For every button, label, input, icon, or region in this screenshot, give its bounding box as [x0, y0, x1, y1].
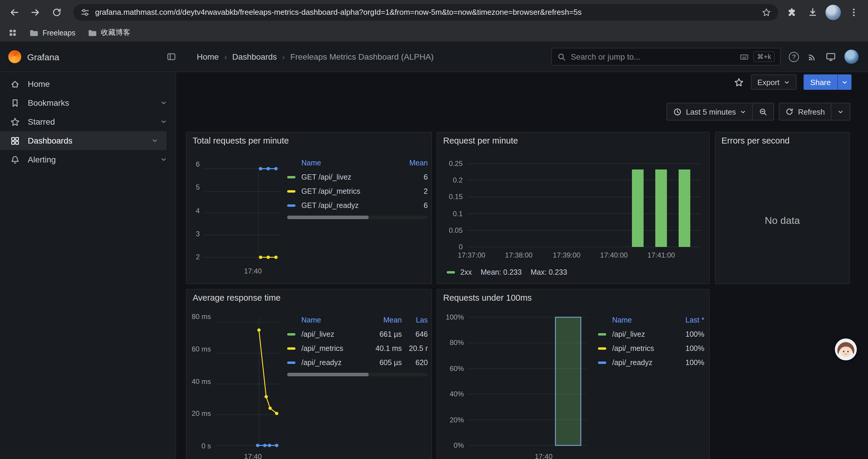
browser-menu-icon[interactable] [845, 4, 862, 21]
time-range-picker[interactable]: Last 5 minutes [667, 103, 752, 120]
panel-title[interactable]: Errors per second [721, 136, 790, 145]
forward-button[interactable] [27, 4, 44, 21]
zoom-out-button[interactable] [752, 103, 774, 120]
user-avatar[interactable] [844, 50, 859, 64]
bar-chart[interactable] [467, 317, 587, 446]
table-row[interactable]: GET /api/_readyz 6 [287, 198, 428, 213]
panel-title[interactable]: Average response time [193, 293, 281, 302]
x-tick: 17:40 [535, 453, 553, 459]
refresh-button[interactable]: Refresh [780, 103, 831, 120]
sidebar-item-alerting[interactable]: Alerting [0, 150, 176, 169]
share-label: Share [804, 74, 837, 90]
table-row[interactable]: /api/_readyz 605 µs 620 [287, 356, 428, 370]
sidebar-item-label: Alerting [28, 155, 56, 164]
bell-icon [10, 155, 20, 165]
y-axis: 0.25 0.2 0.15 0.1 0.05 0 [437, 160, 463, 251]
sidebar-item-starred[interactable]: Starred [0, 112, 176, 131]
table-row[interactable]: /api/_metrics 100% [598, 341, 704, 356]
scrollbar-thumb[interactable] [287, 216, 369, 219]
series-color-chip [598, 347, 606, 350]
sidebar-item-home[interactable]: Home [0, 74, 176, 93]
table-row[interactable]: /api/_metrics 40.1 ms 20.5 r [287, 341, 428, 356]
y-axis: 6 5 4 3 2 [187, 160, 200, 261]
breadcrumb-home[interactable]: Home [197, 52, 219, 61]
table-scrollbar[interactable] [287, 373, 428, 376]
column-last[interactable]: Las [402, 316, 428, 324]
x-tick: 17:41:00 [647, 251, 675, 259]
apps-grid-icon[interactable] [8, 28, 17, 37]
export-label: Export [757, 78, 779, 87]
header-icons: ? [789, 50, 859, 64]
panel-title[interactable]: Total requests per minute [193, 136, 289, 145]
chevron-down-icon[interactable] [160, 156, 167, 163]
chevron-down-icon[interactable] [160, 118, 167, 125]
share-button[interactable]: Share [804, 74, 851, 90]
back-button[interactable] [6, 4, 23, 21]
collapse-sidebar-icon[interactable] [167, 52, 176, 61]
x-tick: 17:40:00 [600, 251, 627, 259]
grafana-logo[interactable] [8, 50, 21, 63]
panel-title[interactable]: Request per minute [443, 136, 518, 145]
chevron-down-icon[interactable] [160, 99, 167, 106]
scrollbar-thumb[interactable] [287, 373, 369, 376]
search-input[interactable]: Search or jump to... ⌘+k [551, 48, 780, 66]
panel-total-requests: Total requests per minute 6 5 4 3 2 17:4… [186, 132, 432, 284]
site-settings-icon[interactable] [80, 7, 90, 17]
panel-title[interactable]: Requests under 100ms [443, 293, 532, 302]
downloads-icon[interactable] [804, 4, 821, 21]
table-row[interactable]: /api/_livez 100% [598, 327, 704, 341]
sidebar-item-dashboards[interactable]: Dashboards [0, 131, 167, 150]
breadcrumb-current: Freeleaps Metrics Dashboard (ALPHA) [290, 52, 434, 61]
star-icon [10, 117, 20, 127]
table-header: Name Last * [598, 313, 704, 327]
column-name[interactable]: Name [301, 159, 398, 167]
series-color-chip [287, 204, 296, 207]
sidebar-item-bookmarks[interactable]: Bookmarks [0, 93, 176, 112]
bookmark-folder-freeleaps[interactable]: Freeleaps [29, 28, 75, 37]
help-icon[interactable]: ? [789, 52, 799, 62]
legend-series-label[interactable]: 2xx [460, 268, 472, 276]
legend-mean: Mean: 0.233 [481, 268, 522, 276]
refresh-label: Refresh [798, 107, 825, 116]
column-name[interactable]: Name [612, 316, 674, 324]
search-placeholder: Search or jump to... [571, 52, 735, 61]
breadcrumb: Home › Dashboards › Freeleaps Metrics Da… [197, 52, 434, 61]
home-icon [10, 79, 20, 89]
column-name[interactable]: Name [301, 316, 365, 324]
extensions-icon[interactable] [783, 4, 800, 21]
y-axis: 100% 80% 60% 40% 20% 0% [437, 313, 464, 450]
bar-chart[interactable] [467, 164, 701, 247]
news-rss-icon[interactable] [807, 52, 817, 62]
export-button[interactable]: Export [751, 74, 797, 90]
reload-button[interactable] [49, 4, 65, 21]
bookmark-folder-blogs[interactable]: 收藏博客 [87, 28, 130, 38]
address-bar[interactable]: grafana.mathmast.com/d/deytv4rwavabkb/fr… [73, 4, 778, 21]
chevron-down-icon [837, 108, 844, 115]
line-chart[interactable] [203, 165, 281, 261]
table-scrollbar[interactable] [287, 216, 428, 219]
column-last[interactable]: Last * [674, 316, 704, 324]
folder-icon [29, 28, 38, 37]
table-row[interactable]: GET /api/_metrics 2 [287, 184, 428, 198]
monitor-icon[interactable] [826, 52, 836, 62]
chevron-down-icon[interactable] [151, 137, 158, 144]
legend: 2xx Mean: 0.233 Max: 0.233 [447, 268, 567, 276]
line-chart[interactable] [216, 317, 281, 446]
breadcrumb-dashboards[interactable]: Dashboards [232, 52, 277, 61]
assistant-avatar[interactable] [835, 338, 857, 360]
column-mean[interactable]: Mean [398, 159, 428, 167]
table-row[interactable]: GET /api/_livez 6 [287, 170, 428, 184]
table-row[interactable]: /api/_readyz 100% [598, 356, 704, 370]
panel-request-per-minute: Request per minute 0.25 0.2 0.15 0.1 0.0… [437, 132, 710, 284]
series-color-chip [287, 190, 296, 193]
favorite-star-icon[interactable] [734, 77, 744, 87]
table-row[interactable]: /api/_livez 661 µs 646 [287, 327, 428, 341]
share-menu-chevron[interactable] [837, 74, 851, 90]
bookmark-star-icon[interactable] [762, 7, 771, 17]
refresh-interval-chevron[interactable] [831, 103, 850, 120]
legend-table: Name Mean GET /api/_livez 6 GET /api/_me… [287, 156, 428, 213]
refresh-group: Refresh [779, 103, 850, 121]
column-mean[interactable]: Mean [365, 316, 402, 324]
browser-profile-avatar[interactable] [826, 4, 841, 20]
grafana-header: Grafana Home › Dashboards › Freeleaps Me… [0, 42, 868, 72]
